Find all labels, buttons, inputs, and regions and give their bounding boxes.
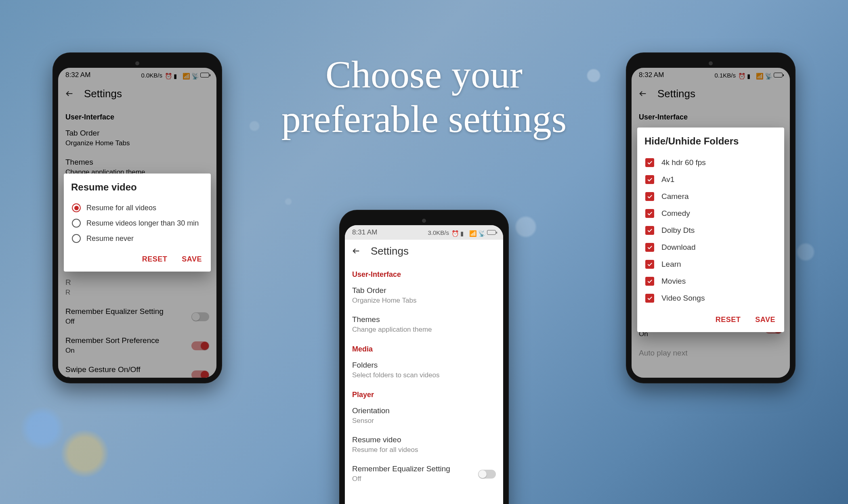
folder-option-1[interactable]: Av1 — [644, 171, 777, 188]
item-sub: Select folders to scan videos — [352, 371, 496, 379]
folder-option-0[interactable]: 4k hdr 60 fps — [644, 154, 777, 171]
checkbox-icon[interactable] — [645, 175, 654, 184]
item-title: Tab Order — [352, 286, 496, 295]
dialog-title: Resume video — [71, 182, 204, 193]
checkbox-label: Dolby Dts — [661, 226, 695, 235]
save-button[interactable]: SAVE — [180, 252, 204, 267]
check-icon — [646, 227, 653, 234]
battery-icon — [487, 230, 496, 235]
folder-option-5[interactable]: Download — [644, 239, 777, 256]
checkbox-label: Video Songs — [661, 294, 705, 303]
settings-list: User-Interface Tab Order Organize Home T… — [345, 262, 503, 489]
radio-label: Resume never — [86, 234, 134, 243]
radio-option-2[interactable]: Resume never — [71, 231, 204, 246]
dialog-title: Hide/Unhide Folders — [644, 136, 777, 147]
checkbox-label: 4k hdr 60 fps — [661, 158, 706, 167]
checkbox-icon[interactable] — [645, 226, 654, 235]
radio-icon[interactable] — [72, 219, 81, 228]
alarm-icon: ⏰ — [451, 230, 458, 235]
phone-frame-center: 8:31 AM 3.0KB/s ⏰ ▮ 📶 📡 Settings User-In… — [339, 210, 509, 504]
radio-icon[interactable] — [72, 234, 81, 243]
checkbox-icon[interactable] — [645, 192, 654, 201]
reset-button[interactable]: RESET — [141, 252, 169, 267]
check-icon — [646, 176, 653, 183]
radio-label: Resume videos longer than 30 min — [86, 219, 199, 228]
checkbox-label: Learn — [661, 260, 681, 269]
item-title: Folders — [352, 361, 496, 370]
check-icon — [646, 210, 653, 217]
check-icon — [646, 193, 653, 200]
folder-option-7[interactable]: Movies — [644, 273, 777, 290]
checkbox-label: Comedy — [661, 209, 690, 218]
checkbox-icon[interactable] — [645, 294, 654, 303]
checkbox-icon[interactable] — [645, 158, 654, 167]
check-icon — [646, 159, 653, 166]
radio-option-1[interactable]: Resume videos longer than 30 min — [71, 215, 204, 231]
status-speed: 3.0KB/s — [428, 229, 449, 236]
folder-option-2[interactable]: Camera — [644, 188, 777, 205]
folder-option-6[interactable]: Learn — [644, 256, 777, 273]
section-header-media: Media — [345, 339, 503, 356]
save-button[interactable]: SAVE — [754, 312, 777, 327]
phone-frame-right: 8:32 AM 0.1KB/s ⏰ ▮ 📶 📡 Settings User-In… — [626, 52, 796, 383]
settings-item-tab-order[interactable]: Tab Order Organize Home Tabs — [345, 281, 503, 310]
checkbox-label: Camera — [661, 192, 689, 201]
phone-frame-left: 8:32 AM 0.0KB/s ⏰ ▮ 📶 📡 Settings User-In… — [52, 52, 222, 383]
app-bar-title: Settings — [371, 245, 409, 257]
checkbox-icon[interactable] — [645, 243, 654, 252]
radio-icon[interactable] — [72, 203, 81, 212]
settings-item-orientation[interactable]: Orientation Sensor — [345, 402, 503, 431]
check-icon — [646, 295, 653, 301]
toggle-eq[interactable] — [478, 470, 496, 479]
item-title: Themes — [352, 315, 496, 324]
item-title: Remember Equalizer Setting — [352, 464, 496, 473]
check-icon — [646, 261, 653, 268]
item-title: Resume video — [352, 435, 496, 444]
settings-item-themes[interactable]: Themes Change application theme — [345, 310, 503, 339]
checkbox-label: Movies — [661, 277, 686, 286]
item-title: Orientation — [352, 406, 496, 415]
check-icon — [646, 278, 653, 284]
section-header-user-interface: User-Interface — [345, 265, 503, 281]
item-sub: Resume for all videos — [352, 446, 496, 454]
folder-option-4[interactable]: Dolby Dts — [644, 222, 777, 239]
item-sub: Sensor — [352, 417, 496, 425]
item-sub: Organize Home Tabs — [352, 297, 496, 305]
app-bar: Settings — [345, 240, 503, 262]
settings-item-folders[interactable]: Folders Select folders to scan videos — [345, 356, 503, 385]
checkbox-icon[interactable] — [645, 260, 654, 269]
checkbox-label: Download — [661, 243, 696, 252]
wifi-icon: 📡 — [478, 230, 485, 235]
promo-headline: Choose your preferable settings — [281, 52, 567, 142]
signal-icon: 📶 — [469, 230, 476, 235]
folder-option-8[interactable]: Video Songs — [644, 290, 777, 307]
back-button[interactable] — [351, 246, 361, 256]
check-icon — [646, 244, 653, 251]
settings-item-resume[interactable]: Resume video Resume for all videos — [345, 431, 503, 460]
settings-item-eq[interactable]: Remember Equalizer Setting Off — [345, 460, 503, 489]
status-time: 8:31 AM — [352, 228, 377, 236]
item-sub: Change application theme — [352, 326, 496, 334]
checkbox-icon[interactable] — [645, 209, 654, 218]
arrow-left-icon — [352, 247, 361, 255]
item-sub: Off — [352, 475, 496, 483]
radio-label: Resume for all videos — [86, 204, 156, 212]
dialog-hide-unhide-folders: Hide/Unhide Folders 4k hdr 60 fpsAv1Came… — [637, 128, 784, 332]
radio-option-0[interactable]: Resume for all videos — [71, 200, 204, 215]
dialog-resume-video: Resume video Resume for all videosResume… — [64, 174, 211, 272]
status-bar: 8:31 AM 3.0KB/s ⏰ ▮ 📶 📡 — [345, 225, 503, 240]
section-header-player: Player — [345, 385, 503, 402]
checkbox-label: Av1 — [661, 175, 674, 184]
reset-button[interactable]: RESET — [714, 312, 743, 327]
sim-icon: ▮ — [460, 230, 467, 235]
checkbox-icon[interactable] — [645, 277, 654, 286]
folder-option-3[interactable]: Comedy — [644, 205, 777, 222]
